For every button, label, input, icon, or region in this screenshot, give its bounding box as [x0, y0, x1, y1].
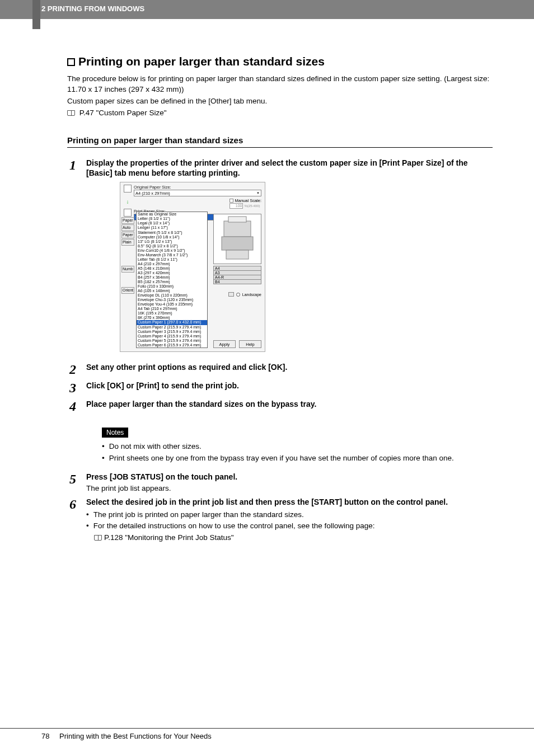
- step-6-bullets: The print job is printed on paper larger…: [86, 509, 493, 532]
- note-item: Print sheets one by one from the bypass …: [102, 453, 493, 464]
- dropdown-item[interactable]: Legal (8 1/2 x 14"): [137, 221, 207, 226]
- footer-title: Printing with the Best Functions for You…: [59, 732, 212, 740]
- apply-button[interactable]: Apply: [213, 340, 236, 348]
- step-5: 5 Press [JOB STATUS] on the touch panel.…: [69, 472, 493, 492]
- dialog-buttons: Apply Help: [213, 340, 261, 348]
- print-dialog-screenshot: Original Paper Size: A4 (210 x 297mm) ▼ …: [120, 182, 265, 352]
- step-number: 5: [69, 472, 86, 492]
- step-6-ref: P.128 "Monitoring the Print Job Status": [94, 533, 493, 542]
- step-6-ref-text: P.128 "Monitoring the Print Job Status": [104, 533, 233, 542]
- dropdown-item[interactable]: 16K (195 x 270mm): [137, 311, 207, 316]
- tag: Plain: [121, 239, 134, 246]
- step-5-sub: The print job list appears.: [86, 484, 493, 492]
- left-tags: Paper Auto Paper Plain Numb Orient: [121, 217, 134, 294]
- subheading: Printing on paper larger than standard s…: [67, 135, 493, 148]
- manual-scale-label: Manual Scale:: [235, 198, 261, 203]
- dropdown-item[interactable]: A4 Tab (210 x 297mm): [137, 307, 207, 311]
- dropdown-item[interactable]: Custom Paper 1 (297.0 x 432.0 mm): [137, 320, 207, 325]
- svg-rect-3: [226, 250, 249, 259]
- dropdown-item[interactable]: Envelope Cho-3 (120 x 235mm): [137, 298, 207, 302]
- step-1: 1 Display the properties of the printer …: [69, 158, 493, 358]
- dropdown-item[interactable]: Computer (10 1/8 x 14"): [137, 235, 207, 240]
- step-body: Press [JOB STATUS] on the touch panel. T…: [86, 472, 493, 492]
- dropdown-item[interactable]: Letter (8 1/2 x 11"): [137, 217, 207, 221]
- section-title-text: Printing on paper larger than standard s…: [78, 55, 325, 68]
- svg-rect-2: [222, 237, 253, 250]
- step-3: 3 Click [OK] or [Print] to send the prin…: [69, 381, 493, 395]
- scale-input[interactable]: 100: [229, 203, 243, 209]
- tag: Numb: [121, 266, 134, 273]
- step-body: Select the desired job in the print job …: [86, 497, 493, 542]
- dropdown-item[interactable]: Folio (210 x 330mm): [137, 284, 207, 289]
- dropdown-item[interactable]: Custom Paper 6 (215.9 x 279.4 mm): [137, 343, 207, 348]
- intro-ref-text: P.47 "Custom Paper Size": [79, 109, 167, 117]
- page-icon: [124, 185, 132, 192]
- checkbox-icon[interactable]: [229, 199, 233, 203]
- tag: Orient: [121, 287, 134, 294]
- dropdown-item[interactable]: Envelope You-4 (105 x 235mm): [137, 302, 207, 307]
- bullet-square-icon: [67, 58, 75, 66]
- dropdown-item[interactable]: Custom Paper 4 (215.9 x 279.4 mm): [137, 334, 207, 339]
- step-2-text: Set any other print options as required …: [86, 362, 493, 376]
- dropdown-item[interactable]: A3 (297 x 420mm): [137, 271, 207, 275]
- step-6: 6 Select the desired job in the print jo…: [69, 497, 493, 542]
- dropdown-item[interactable]: 8.5" SQ (8 1/2 x 8 1/2"): [137, 244, 207, 248]
- dropdown-item[interactable]: A5 (148 x 210mm): [137, 266, 207, 271]
- printer-icon: [124, 209, 132, 217]
- dropdown-item[interactable]: Env-Monarch (3 7/8 x 7 1/2"): [137, 253, 207, 257]
- landscape-label: Landscape: [242, 293, 261, 297]
- step-4-text: Place paper larger than the standard siz…: [86, 399, 493, 413]
- side-ribbon: [32, 0, 40, 29]
- paper-size-dropdown[interactable]: Same as Original SizeLetter (8 1/2 x 11"…: [136, 212, 208, 348]
- step-6-text: Select the desired job in the print job …: [86, 497, 493, 508]
- step-1-text: Display the properties of the printer dr…: [86, 158, 493, 179]
- dropdown-item[interactable]: Custom Paper 2 (215.9 x 279.4 mm): [137, 325, 207, 330]
- dropdown-item[interactable]: A4 (210 x 297mm): [137, 262, 207, 266]
- step-6-b2: For the detailed instructions on how to …: [86, 520, 493, 532]
- dropdown-item[interactable]: Ledger (11 x 17"): [137, 226, 207, 230]
- step-number: 6: [69, 497, 86, 542]
- scale-range: %(25-400): [244, 204, 260, 208]
- chevron-down-icon: ▼: [256, 191, 260, 195]
- svg-rect-0: [224, 221, 251, 237]
- tag: Auto: [121, 224, 134, 231]
- step-number: 3: [69, 381, 86, 395]
- preview-pane: [213, 214, 261, 264]
- dropdown-item[interactable]: A6 (105 x 148mm): [137, 289, 207, 293]
- notes-list: Do not mix with other sizes. Print sheet…: [102, 441, 493, 464]
- step-body: Display the properties of the printer dr…: [86, 158, 493, 358]
- dropdown-item[interactable]: 8K (270 x 390mm): [137, 316, 207, 320]
- tag: Paper: [121, 217, 134, 224]
- dropdown-item[interactable]: Env-Com10 (4 1/8 x 9 1/2"): [137, 248, 207, 253]
- page-content: Printing on paper larger than standard s…: [0, 19, 534, 542]
- step-number: 2: [69, 362, 86, 376]
- chapter-header: 2 PRINTING FROM WINDOWS: [0, 0, 534, 19]
- intro-ref: P.47 "Custom Paper Size": [67, 108, 493, 119]
- manual-scale: Manual Scale: 100 %(25-400): [229, 198, 261, 209]
- dropdown-item[interactable]: Statement (5 1/2 x 8 1/2"): [137, 231, 207, 235]
- book-icon: [94, 535, 102, 541]
- dropdown-item[interactable]: Custom Paper 5 (215.9 x 279.4 mm): [137, 339, 207, 343]
- dropdown-item[interactable]: Custom Paper 3 (215.9 x 279.4 mm): [137, 330, 207, 334]
- intro-line-1: The procedure below is for printing on p…: [67, 74, 493, 95]
- orientation-row: Landscape: [228, 292, 261, 297]
- tray-stack: A4 A3 A4-R B4: [213, 266, 261, 284]
- step-5-text: Press [JOB STATUS] on the touch panel.: [86, 472, 493, 482]
- intro-block: The procedure below is for printing on p…: [67, 74, 493, 119]
- dropdown-item[interactable]: 13" LG (8 1/2 x 13"): [137, 240, 207, 244]
- tray-row: B4: [213, 279, 261, 284]
- breadcrumb-text: 2 PRINTING FROM WINDOWS: [41, 4, 144, 13]
- help-button[interactable]: Help: [239, 340, 261, 348]
- dropdown-item[interactable]: Letter Tab (8 1/2 x 11"): [137, 257, 207, 262]
- step-3-text: Click [OK] or [Print] to send the print …: [86, 381, 493, 395]
- step-4: 4 Place paper larger than the standard s…: [69, 399, 493, 413]
- dropdown-item[interactable]: Envelope DL (110 x 220mm): [137, 293, 207, 298]
- orig-size-select[interactable]: A4 (210 x 297mm) ▼: [134, 190, 261, 196]
- printer-preview-icon: [214, 214, 261, 264]
- dropdown-item[interactable]: B4 (257 x 364mm): [137, 275, 207, 280]
- intro-line-2: Custom paper sizes can be defined in the…: [67, 96, 493, 107]
- dropdown-item[interactable]: B5 (182 x 257mm): [137, 280, 207, 284]
- radio-icon[interactable]: [236, 293, 240, 297]
- step-number: 1: [69, 158, 86, 358]
- dropdown-item[interactable]: Same as Original Size: [137, 212, 207, 217]
